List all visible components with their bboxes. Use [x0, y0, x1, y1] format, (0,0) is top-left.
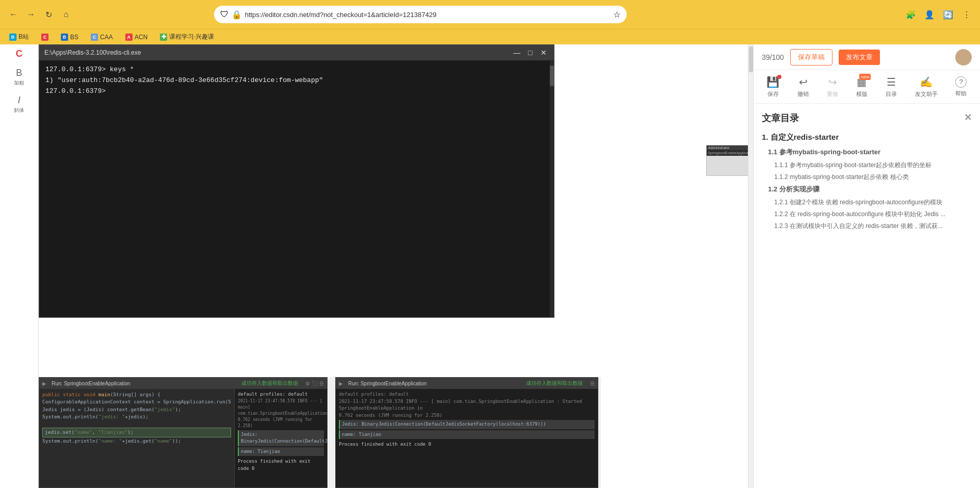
nav-buttons: ← → ↻ ⌂: [6, 7, 73, 22]
redo-label: 重做: [827, 90, 838, 98]
bookmark-csdn[interactable]: C: [38, 32, 52, 42]
editor-toolbar: 39/100 保存草稿 发布文章: [754, 44, 980, 70]
article-area: 【在这里插… /c96cc7c2… E:\Apps\Redis-3.2.100\…: [39, 44, 753, 488]
menu-button[interactable]: ⋮: [959, 7, 974, 22]
undo-icon: ↩: [799, 76, 808, 88]
left-sidebar: C B 加粗 I 斜体: [0, 44, 39, 488]
toc-close-button[interactable]: ✕: [964, 112, 972, 124]
toc-item-1-1-2[interactable]: 1.1.2 mybatis-spring-boot-starter起步依赖 核心…: [774, 173, 972, 182]
terminal-line-2: 1) "user:auth:7bcb2b40-a2ad-476d-89cd-3e…: [45, 75, 548, 86]
address-text[interactable]: https://editor.csdn.net/md?not_checkout=…: [245, 11, 610, 19]
save-dot: [777, 75, 781, 79]
action-help[interactable]: ? 帮助: [955, 76, 967, 97]
b-station-icon: B: [9, 34, 17, 41]
refresh-button[interactable]: ↻: [41, 7, 56, 22]
action-undo[interactable]: ↩ 撤销: [797, 76, 809, 98]
terminal-close-button[interactable]: ✕: [538, 47, 549, 58]
home-button[interactable]: ⌂: [59, 7, 73, 22]
toc-item-1-2-1[interactable]: 1.2.1 创建2个模块 依赖 redis-springboot-autocon…: [774, 198, 972, 207]
sidebar-item-italic[interactable]: I 斜体: [0, 91, 38, 118]
article-scrollbar[interactable]: [748, 44, 753, 488]
lock-icon: 🔒: [232, 10, 242, 20]
bold-label: 加粗: [14, 79, 24, 87]
shield-icon: 🛡: [220, 10, 228, 19]
courses-label: 课程学习·兴趣课: [169, 32, 214, 41]
bookmark-b-station[interactable]: B B站: [6, 31, 32, 42]
terminal-title: E:\Apps\Redis-3.2.100\redis-cli.exe: [44, 49, 141, 56]
assistant-icon: ✍: [920, 76, 933, 88]
toc-label: 目录: [886, 90, 897, 98]
b-station-label: B站: [19, 32, 29, 41]
caa-label: CAA: [100, 34, 113, 41]
article-bottom-area: 2. 测试 ▶ Run: SpringbootEnableApplication…: [39, 377, 601, 488]
undo-label: 撤销: [797, 90, 809, 98]
terminal-controls: — □ ✕: [512, 47, 549, 58]
bookmark-caa[interactable]: C CAA: [88, 32, 116, 42]
ide-right-output: default profiles: default 2021-11-17 23:…: [336, 389, 598, 487]
template-new-badge: new: [859, 74, 871, 80]
action-assistant[interactable]: ✍ 发文助手: [915, 76, 938, 98]
toc-item-1-1[interactable]: 1.1 参考mybatis-spring-boot-starter: [768, 148, 972, 157]
csdn-logo: C: [16, 48, 23, 59]
acn-icon: A: [125, 34, 133, 41]
help-icon: ?: [955, 76, 967, 88]
terminal-window: E:\Apps\Redis-3.2.100\redis-cli.exe — □ …: [39, 44, 554, 318]
terminal-scrollbar[interactable]: [550, 60, 554, 317]
publish-button[interactable]: 发布文章: [839, 50, 880, 65]
terminal-titlebar: E:\Apps\Redis-3.2.100\redis-cli.exe — □ …: [39, 45, 554, 60]
user-avatar[interactable]: [955, 49, 972, 66]
ide-code-content: public static void main(String[] args) {…: [42, 391, 231, 445]
action-redo[interactable]: ↪ 重做: [827, 76, 838, 98]
ide-left-body-container: public static void main(String[] args) {…: [39, 389, 327, 487]
toc-item-1-2-2[interactable]: 1.2.2 在 redis-spring-boot-autoconfigure …: [774, 210, 972, 219]
forward-button[interactable]: →: [24, 7, 38, 22]
ide-right-header: ▶ Run: SpringbootEnableApplication 成功存入数…: [336, 378, 598, 389]
action-template[interactable]: ▦ new 模版: [856, 76, 868, 98]
bold-icon: B: [16, 68, 22, 78]
terminal-content[interactable]: 127.0.0.1:6379> keys * 1) "user:auth:7bc…: [39, 60, 554, 317]
toc-item-1-1[interactable]: 1. 自定义redis-starter: [762, 133, 972, 142]
terminal-maximize-button[interactable]: □: [525, 47, 535, 58]
toc-item-1-1-1[interactable]: 1.1.1 参考mybatis-spring-boot-starter起步依赖自…: [774, 161, 972, 170]
terminal-line-3: 127.0.0.1:6379>: [45, 86, 548, 97]
toc-title-row: 文章目录 ✕: [762, 112, 972, 124]
ide-right-screenshot: ▶ Run: SpringbootEnableApplication 成功存入数…: [335, 377, 598, 488]
toc-item-1-2[interactable]: 1.2 分析实现步骤: [768, 185, 972, 194]
exit-msg: Process finished with exit code 0: [238, 458, 324, 472]
extensions-button[interactable]: 🧩: [904, 7, 918, 22]
editor-actions-bar: 💾 保存 ↩ 撤销 ↪ 重做 ▦ new 模版 ☰: [754, 70, 980, 104]
ide-code-panel: public static void main(String[] args) {…: [39, 389, 234, 487]
ide-run-label: Run: SpringbootEnableApplication: [52, 381, 130, 386]
main-area: C B 加粗 I 斜体 【在这里插… /c96cc7c2… E:\Apps\Re…: [0, 44, 980, 488]
sync-button[interactable]: 🔄: [941, 7, 955, 22]
toc-panel: 文章目录 ✕ 1. 自定义redis-starter 1.1 参考mybatis…: [754, 104, 980, 488]
right-mini-screenshot-1: Administrator SpringbootEnableApplicatio…: [706, 145, 753, 176]
assistant-label: 发文助手: [915, 90, 938, 98]
back-button[interactable]: ←: [6, 7, 21, 22]
jedis-output: Jedis: BinaryJedis(Connection(DefaultJed…: [238, 430, 324, 446]
bs-label: BS: [70, 34, 78, 41]
bs-icon: B: [61, 34, 68, 41]
action-toc[interactable]: ☰ 目录: [886, 76, 897, 98]
ide-success-msg: 成功存入数据和取出数据: [241, 380, 298, 387]
toc-item-1-2-3[interactable]: 1.2.3 在测试模块中引入自定义的 redis-starter 依赖，测试获.…: [774, 222, 972, 231]
browser-chrome: ← → ↻ ⌂ 🛡 🔒 https://editor.csdn.net/md?n…: [0, 0, 980, 29]
toc-icon: ☰: [887, 76, 896, 88]
csdn-icon: C: [41, 34, 48, 41]
terminal-minimize-button[interactable]: —: [512, 47, 522, 58]
editor-panel: 39/100 保存草稿 发布文章 💾 保存 ↩ 撤销 ↪ 重做: [753, 44, 980, 488]
bookmark-acn[interactable]: A ACN: [122, 32, 151, 42]
ide-left-header: ▶ Run: SpringbootEnableApplication 成功存入数…: [39, 378, 327, 389]
acn-label: ACN: [135, 34, 148, 41]
profile-button[interactable]: 👤: [922, 7, 937, 22]
address-bar-container: 🛡 🔒 https://editor.csdn.net/md?not_check…: [214, 6, 627, 23]
italic-label: 斜体: [14, 107, 24, 114]
save-draft-button[interactable]: 保存草稿: [790, 49, 832, 66]
redo-icon: ↪: [828, 76, 837, 88]
bookmark-courses[interactable]: ✚ 课程学习·兴趣课: [157, 31, 217, 42]
sidebar-item-bold[interactable]: B 加粗: [0, 63, 38, 91]
bookmark-bs[interactable]: B BS: [58, 32, 81, 42]
bookmark-icon[interactable]: ☆: [613, 10, 620, 20]
word-count: 39/100: [762, 53, 784, 61]
action-save[interactable]: 💾 保存: [766, 76, 779, 98]
